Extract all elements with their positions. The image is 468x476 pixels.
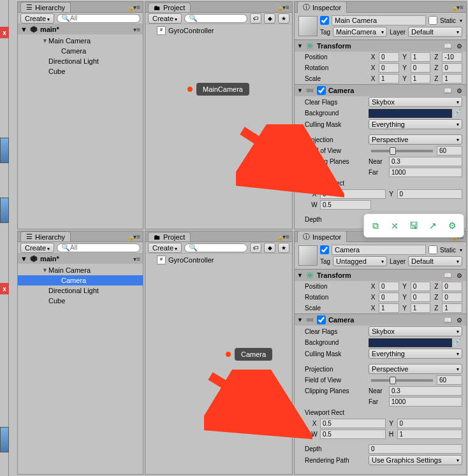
fov-slider[interactable] [371,150,433,152]
search-input[interactable]: 🔍 [57,243,140,252]
fov-input[interactable] [437,146,462,155]
tree-item-cube[interactable]: Cube [18,66,143,76]
search-field[interactable] [70,15,136,22]
share-icon[interactable]: ↗ [424,217,442,234]
tree-item-directional-light[interactable]: Directional Light [18,56,143,66]
lock-icon[interactable]: 🔒 [127,233,133,240]
tab-inspector[interactable]: ⓘInspector [297,1,347,13]
viewport-w-input[interactable] [320,429,386,439]
layer-dropdown[interactable]: Default▾ [408,27,462,37]
chevron-down-icon[interactable]: ▾ [460,18,462,24]
viewport-y-input[interactable] [397,189,463,199]
close-badge[interactable]: x [0,27,9,38]
far-input[interactable] [389,397,462,407]
close-badge[interactable]: x [0,283,9,294]
rot-z-input[interactable] [442,63,462,73]
filter-icon[interactable]: 🏷 [250,243,261,253]
gear-icon[interactable]: ⚙ [455,86,464,95]
create-button[interactable]: Create▾ [20,243,54,253]
active-checkbox[interactable] [320,245,329,254]
help-icon[interactable]: 📖 [443,271,452,280]
active-checkbox[interactable] [320,16,329,25]
name-input[interactable] [332,245,426,255]
scene-menu-icon[interactable]: ▾≡ [133,26,140,33]
tag-dropdown[interactable]: MainCamera▾ [333,27,387,37]
tab-hierarchy[interactable]: ☰Hierarchy [20,2,71,12]
chevron-down-icon[interactable]: ▼ [297,43,303,49]
name-input[interactable] [332,15,426,25]
tag-dropdown[interactable]: Untagged▾ [333,256,387,266]
cullingmask-dropdown[interactable]: Everything▾ [369,349,462,359]
viewport-x-input[interactable] [320,189,386,199]
search-input[interactable]: 🔍 [184,243,247,252]
gameobject-icon[interactable] [298,245,318,266]
rot-x-input[interactable] [379,292,399,302]
tab-inspector[interactable]: ⓘInspector [297,231,347,242]
scale-y-input[interactable] [411,74,431,83]
chevron-down-icon[interactable]: ▼ [20,255,27,263]
scene-row[interactable]: ▼ main* ▾≡ [18,24,143,34]
camera-enabled-checkbox[interactable] [317,315,326,324]
near-input[interactable] [389,157,462,166]
asset-gyrocontroller[interactable]: #GyroController [145,255,292,265]
chevron-down-icon[interactable]: ▼ [297,87,303,94]
near-input[interactable] [389,386,462,396]
background-color-swatch[interactable] [369,109,452,118]
depth-input[interactable] [369,444,462,454]
viewport-h-input[interactable] [397,429,463,439]
create-button[interactable]: Create▾ [20,13,54,24]
create-button[interactable]: Create▾ [148,243,182,253]
pos-x-input[interactable] [379,282,399,291]
scale-y-input[interactable] [411,303,431,313]
projection-dropdown[interactable]: Perspective▾ [369,364,462,374]
pos-x-input[interactable] [379,52,399,62]
fov-slider[interactable] [371,379,433,382]
favorite-icon[interactable]: ★ [278,13,289,24]
search-field[interactable] [70,244,136,251]
panel-menu-icon[interactable]: ▾≡ [457,4,464,11]
transform-header[interactable]: ▼ Transform 📖 ⚙ [295,40,466,52]
static-checkbox[interactable] [428,16,437,25]
favorite-icon[interactable]: ★ [278,243,289,253]
tab-project[interactable]: 🖿Project [148,3,191,12]
camera-header[interactable]: ▼ Camera 📖 ⚙ [295,84,466,96]
panel-menu-icon[interactable]: ▾≡ [282,233,289,240]
layer-dropdown[interactable]: Default▾ [408,256,462,266]
create-button[interactable]: Create▾ [148,13,182,24]
background-color-swatch[interactable] [369,338,452,347]
search-field[interactable] [198,244,243,251]
clearflags-dropdown[interactable]: Skybox▾ [369,326,462,336]
pos-z-input[interactable] [442,282,462,291]
gear-icon[interactable]: ⚙ [455,315,464,324]
tree-item-cube[interactable]: Cube [18,296,143,306]
help-icon[interactable]: 📖 [443,86,452,95]
camera-header[interactable]: ▼ Camera 📖 ⚙ [295,314,466,326]
tree-item-camera[interactable]: Camera [18,46,143,56]
panel-menu-icon[interactable]: ▾≡ [133,4,140,11]
gear-icon[interactable]: ⚙ [455,271,464,280]
far-input[interactable] [389,168,462,177]
lock-icon[interactable]: 🔒 [127,4,133,10]
copy-icon[interactable]: ⧉ [367,217,384,234]
gear-icon[interactable]: ⚙ [443,217,461,234]
search-field[interactable] [198,15,243,22]
lock-icon[interactable]: 🔒 [276,233,282,240]
panel-menu-icon[interactable]: ▾≡ [133,233,140,240]
chevron-down-icon[interactable]: ▼ [20,25,27,33]
pos-y-input[interactable] [411,282,431,291]
search-input[interactable]: 🔍 [57,14,140,23]
tab-hierarchy[interactable]: ☰Hierarchy [20,231,71,242]
clearflags-dropdown[interactable]: Skybox▾ [369,97,462,107]
lock-icon[interactable]: 🔒 [450,4,457,10]
cullingmask-dropdown[interactable]: Everything▾ [369,119,462,129]
pos-z-input[interactable] [442,52,462,62]
rot-x-input[interactable] [379,63,399,73]
chevron-down-icon[interactable]: ▼ [297,317,303,323]
viewport-y-input[interactable] [397,419,463,428]
help-icon[interactable]: 📖 [443,315,452,324]
rot-y-input[interactable] [411,63,431,73]
chevron-down-icon[interactable]: ▾ [460,247,462,253]
projection-dropdown[interactable]: Perspective▾ [369,134,462,145]
scale-z-input[interactable] [442,303,462,313]
chevron-down-icon[interactable]: ▼ [297,272,303,278]
